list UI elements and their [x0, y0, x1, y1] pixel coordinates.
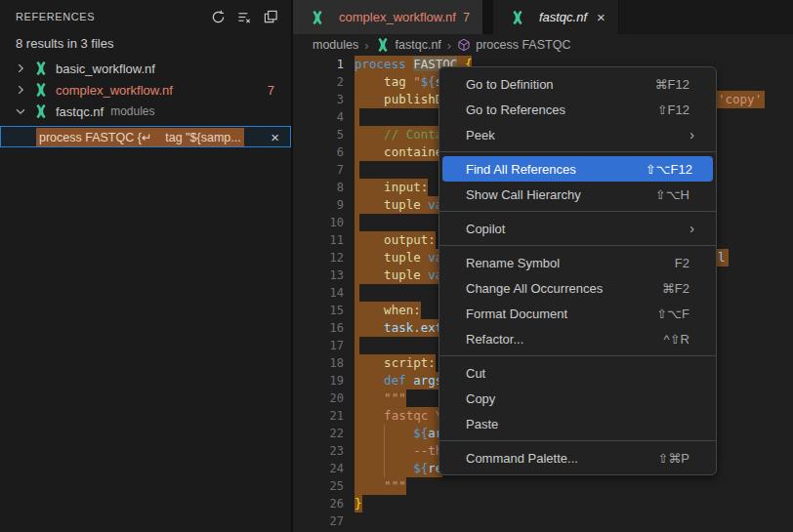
reference-range-highlight: } [355, 495, 362, 512]
menu-item-shortcut: ⇧F12 [657, 102, 706, 117]
code-token: process [355, 57, 413, 71]
tab-complex-workflow[interactable]: complex_workflow.nf 7 [293, 0, 482, 34]
chevron-right-icon [12, 82, 29, 98]
reference-range-highlight: script: [355, 354, 436, 372]
menu-item-label: Find All References [466, 162, 646, 177]
panel-actions [209, 8, 279, 25]
menu-item-show-call-hierarchy[interactable]: Show Call Hierarchy⇧⌥H [439, 182, 716, 207]
code-token: ${ [413, 426, 428, 440]
line-number: 20 [293, 389, 344, 407]
menu-item-label: Show Call Hierarchy [466, 187, 655, 202]
menu-item-change-all-occurrences[interactable]: Change All Occurrences⌘F2 [439, 275, 716, 301]
reference-range-highlight: ${re [355, 460, 442, 477]
menu-item-copilot[interactable]: Copilot› [439, 216, 716, 241]
line-number: 23 [293, 442, 344, 460]
vscode-window: REFERENCES 8 results in 3 files basic_wo… [0, 0, 793, 532]
code-line-content: tuple va [355, 196, 442, 214]
code-token: """ [384, 390, 406, 405]
menu-separator [439, 355, 716, 356]
breadcrumb-item-fastqc[interactable]: fastqc.nf [375, 37, 441, 53]
tab-label: fastqc.nf [539, 10, 587, 24]
clear-all-icon[interactable] [235, 8, 253, 25]
code-token: task.ext [384, 320, 442, 335]
breadcrumb-item-modules[interactable]: modules [313, 38, 358, 52]
menu-item-find-all-references[interactable]: Find All References⇧⌥F12 [442, 156, 713, 182]
menu-item-label: Command Palette... [466, 451, 657, 466]
menu-item-label: Peek [466, 128, 689, 143]
refresh-icon[interactable] [209, 8, 227, 25]
file-name: complex_workflow.nf [56, 83, 173, 98]
sidebar-item-fastqc-nf[interactable]: fastqc.nfmodules [0, 101, 291, 122]
close-icon[interactable]: × [271, 130, 290, 144]
sidebar-item-complex-workflow-nf[interactable]: complex_workflow.nf7 [0, 79, 291, 101]
line-number: 25 [293, 477, 344, 495]
code-token: ${ [413, 461, 428, 475]
breadcrumb-item-process-fastqc[interactable]: process FASTQC [457, 38, 570, 52]
reference-match-item[interactable]: process FASTQC {↵ tag "${samp...× [0, 126, 291, 147]
result-count-badge: 7 [268, 83, 291, 98]
menu-item-shortcut: ⇧⌥F12 [646, 162, 706, 177]
code-fragment-right: l [717, 249, 729, 266]
line-number: 2 [293, 73, 344, 91]
code-line-content [355, 214, 359, 231]
results-summary: 8 results in 3 files [0, 33, 291, 58]
code-line-content: when: [355, 302, 421, 319]
code-token: tuple [384, 197, 428, 212]
line-number: 13 [293, 266, 344, 284]
menu-item-label: Change All Occurrences [466, 281, 662, 296]
code-line[interactable]: 25 """ [293, 477, 793, 495]
symbol-cube-icon [457, 38, 471, 52]
code-line[interactable]: 27 [293, 512, 793, 530]
menu-item-format-document[interactable]: Format Document⇧⌥F [439, 301, 716, 326]
reference-range-highlight [355, 284, 359, 302]
menu-item-go-to-references[interactable]: Go to References⇧F12 [439, 97, 716, 122]
line-number: 18 [293, 354, 344, 372]
tab-close-icon[interactable]: × [597, 10, 605, 24]
menu-separator [439, 245, 716, 246]
line-number: 15 [293, 302, 344, 319]
sidebar-item-basic-workflow-nf[interactable]: basic_workflow.nf [0, 58, 291, 79]
menu-item-shortcut: ⇧⌥H [655, 187, 706, 202]
tab-label: complex_workflow.nf [339, 10, 456, 24]
code-line-content: """ [355, 477, 406, 495]
reference-range-highlight [355, 161, 359, 179]
tab-problem-count: 7 [463, 11, 470, 24]
code-line-content: tuple va [355, 266, 442, 284]
code-line-content: task.ext [355, 319, 442, 337]
reference-range-highlight: input: [355, 179, 428, 196]
code-line-content: --th [355, 442, 442, 460]
menu-item-refactor[interactable]: Refactor...^⇧R [439, 326, 716, 351]
tab-fastqc[interactable]: fastqc.nf × [493, 0, 619, 34]
menu-item-paste[interactable]: Paste [439, 411, 716, 436]
code-line-content: def args [355, 372, 442, 389]
nextflow-icon [510, 10, 525, 25]
menu-item-cut[interactable]: Cut [439, 360, 716, 386]
code-token: """ [384, 478, 406, 493]
menu-item-label: Go to Definition [466, 77, 655, 92]
line-number: 17 [293, 337, 344, 354]
line-number: 3 [293, 91, 344, 108]
code-token: fastqc \ [384, 408, 442, 423]
nextflow-icon [33, 103, 49, 119]
reference-range-highlight [355, 214, 359, 231]
menu-item-rename-symbol[interactable]: Rename SymbolF2 [439, 250, 716, 275]
code-token: tuple [384, 267, 428, 282]
code-line-content [355, 108, 359, 126]
menu-item-copy[interactable]: Copy [439, 386, 716, 411]
references-tree: basic_workflow.nfcomplex_workflow.nf7fas… [0, 58, 291, 147]
reference-range-highlight: tuple va [355, 266, 442, 284]
editor-group: complex_workflow.nf 7 fastqc.nf × module… [293, 0, 793, 532]
code-line[interactable]: 26} [293, 495, 793, 512]
menu-item-peek[interactable]: Peek› [439, 122, 716, 147]
line-number: 6 [293, 143, 344, 161]
menu-item-go-to-definition[interactable]: Go to Definition⌘F12 [439, 71, 716, 97]
line-number: 21 [293, 407, 344, 425]
collapse-all-icon[interactable] [262, 8, 279, 25]
breadcrumb-chevron-icon: › [447, 38, 451, 53]
line-number: 16 [293, 319, 344, 337]
code-line-content: tag "${s [355, 73, 442, 91]
chevron-right-icon [12, 61, 29, 76]
file-name: basic_workflow.nf [56, 61, 155, 76]
code-token: output: [384, 232, 436, 247]
menu-item-command-palette[interactable]: Command Palette...⇧⌘P [439, 445, 716, 471]
